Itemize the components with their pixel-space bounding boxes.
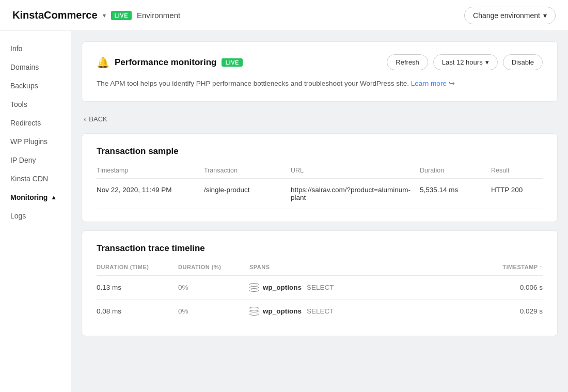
- performance-monitoring-card: 🔔 Performance monitoring LIVE Refresh La…: [82, 41, 558, 102]
- database-icon: [249, 283, 259, 292]
- trace-spans: wp_options SELECT: [249, 307, 487, 316]
- live-badge-header: LIVE: [111, 11, 132, 20]
- sidebar-item-label: Kinsta CDN: [10, 175, 48, 183]
- sidebar-item-domains[interactable]: Domains: [0, 58, 71, 76]
- span-type: SELECT: [307, 307, 334, 315]
- trace-timeline-title: Transaction trace timeline: [97, 243, 543, 254]
- trace-col-spans: SPANS: [249, 264, 487, 270]
- span-name: wp_options: [263, 284, 302, 291]
- sidebar-item-tools[interactable]: Tools: [0, 95, 71, 114]
- sidebar-item-label: Domains: [10, 63, 39, 71]
- row-url: https://salrav.com/?product=aluminum-pla…: [291, 186, 416, 201]
- sidebar-item-info[interactable]: Info: [0, 39, 71, 58]
- sidebar-item-backups[interactable]: Backups: [0, 76, 71, 95]
- trace-col-timestamp[interactable]: TIMESTAMP ↑: [491, 264, 543, 270]
- sidebar-item-wp-plugins[interactable]: WP Plugins: [0, 132, 71, 151]
- trace-timestamp: 0.006 s: [491, 284, 543, 291]
- live-badge-perf: LIVE: [222, 58, 242, 67]
- sidebar-item-label: Logs: [10, 212, 26, 220]
- sidebar-item-kinsta-cdn[interactable]: Kinsta CDN: [0, 169, 71, 188]
- learn-more-link[interactable]: Learn more ↪: [411, 80, 455, 87]
- trace-timestamp: 0.029 s: [491, 307, 543, 315]
- performance-icon: 🔔: [97, 56, 109, 69]
- span-name: wp_options: [263, 307, 302, 315]
- disable-button[interactable]: Disable: [503, 54, 543, 70]
- col-result: Result: [491, 167, 543, 174]
- sidebar-item-label: WP Plugins: [10, 137, 48, 146]
- main-layout: Info Domains Backups Tools Redirects WP …: [0, 31, 568, 392]
- row-result: HTTP 200: [491, 186, 543, 201]
- trace-duration-pct: 0%: [178, 307, 245, 315]
- trace-duration-time: 0.08 ms: [97, 307, 174, 315]
- sidebar-item-monitoring[interactable]: Monitoring ▲: [0, 188, 71, 207]
- span-type: SELECT: [307, 284, 334, 291]
- perf-header: 🔔 Performance monitoring LIVE Refresh La…: [97, 54, 543, 70]
- row-transaction: /single-product: [204, 186, 287, 201]
- perf-actions: Refresh Last 12 hours ▾ Disable: [387, 54, 543, 70]
- perf-title: Performance monitoring: [115, 57, 216, 68]
- change-environment-button[interactable]: Change environment ▾: [464, 7, 556, 24]
- app-title: KinstaCommerce: [12, 9, 98, 21]
- row-timestamp: Nov 22, 2020, 11:49 PM: [97, 186, 200, 201]
- top-header: KinstaCommerce ▾ LIVE Environment Change…: [0, 0, 568, 31]
- col-transaction: Transaction: [204, 167, 287, 174]
- sidebar-item-redirects[interactable]: Redirects: [0, 114, 71, 132]
- col-url: URL: [291, 167, 416, 174]
- sidebar: Info Domains Backups Tools Redirects WP …: [0, 31, 71, 392]
- transaction-sample-title: Transaction sample: [97, 146, 543, 156]
- header-left: KinstaCommerce ▾ LIVE Environment: [12, 9, 180, 21]
- content-area: 🔔 Performance monitoring LIVE Refresh La…: [71, 31, 568, 392]
- sidebar-item-label: Backups: [10, 82, 38, 90]
- sidebar-item-ip-deny[interactable]: IP Deny: [0, 151, 71, 169]
- col-duration: Duration: [420, 167, 487, 174]
- monitoring-icon: ▲: [51, 194, 57, 201]
- back-button[interactable]: ‹ BACK: [82, 110, 558, 125]
- transaction-table-header: Timestamp Transaction URL Duration Resul…: [97, 167, 543, 179]
- perf-title-row: 🔔 Performance monitoring LIVE: [97, 56, 243, 69]
- table-row: Nov 22, 2020, 11:49 PM /single-product h…: [97, 179, 543, 209]
- sidebar-item-label: IP Deny: [10, 156, 36, 164]
- perf-description: The APM tool helps you identify PHP perf…: [97, 79, 543, 89]
- header-chevron-icon[interactable]: ▾: [103, 12, 106, 19]
- time-range-chevron-icon: ▾: [485, 58, 489, 66]
- time-range-button[interactable]: Last 12 hours ▾: [433, 54, 498, 70]
- trace-row: 0.13 ms 0% wp_options SELECT 0.006 s: [97, 276, 543, 300]
- sidebar-item-logs[interactable]: Logs: [0, 207, 71, 225]
- env-label: Environment: [137, 11, 180, 20]
- trace-duration-pct: 0%: [178, 284, 245, 291]
- trace-col-duration-pct: DURATION (%): [178, 264, 245, 270]
- sidebar-item-label: Info: [10, 44, 22, 53]
- trace-spans: wp_options SELECT: [249, 283, 487, 292]
- col-timestamp: Timestamp: [97, 167, 200, 174]
- sidebar-item-label: Tools: [10, 100, 27, 108]
- database-icon: [249, 307, 259, 316]
- trace-table-header: DURATION (TIME) DURATION (%) SPANS TIMES…: [97, 264, 543, 276]
- row-duration: 5,535.14 ms: [420, 186, 487, 201]
- trace-row: 0.08 ms 0% wp_options SELECT 0.029 s: [97, 300, 543, 323]
- learn-more-arrow-icon: ↪: [449, 80, 455, 87]
- trace-col-duration-time: DURATION (TIME): [97, 264, 174, 270]
- trace-timeline-card: Transaction trace timeline DURATION (TIM…: [82, 230, 558, 336]
- back-label: BACK: [89, 115, 107, 123]
- sidebar-item-label: Redirects: [10, 119, 41, 127]
- sidebar-item-label: Monitoring: [10, 193, 48, 201]
- transaction-sample-card: Transaction sample Timestamp Transaction…: [82, 133, 558, 222]
- refresh-button[interactable]: Refresh: [387, 54, 428, 70]
- trace-duration-time: 0.13 ms: [97, 284, 174, 291]
- change-env-chevron-icon: ▾: [543, 11, 547, 20]
- back-arrow-icon: ‹: [84, 115, 86, 123]
